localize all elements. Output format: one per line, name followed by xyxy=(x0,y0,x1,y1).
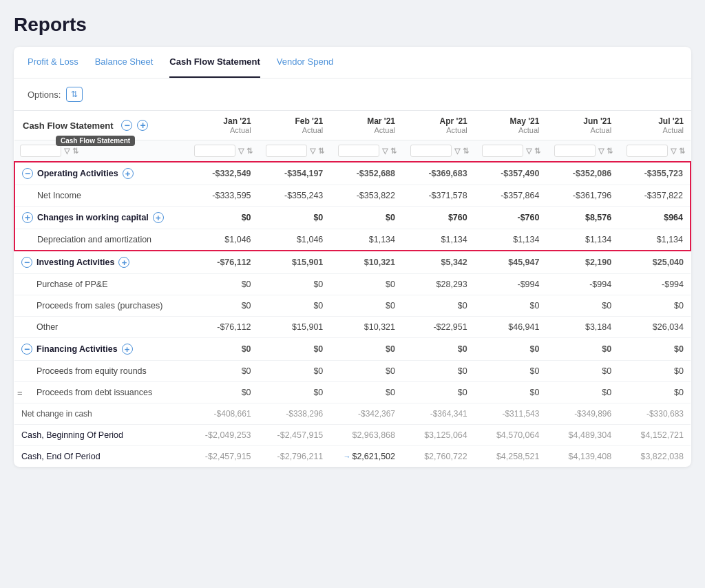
operating-may: -$357,490 xyxy=(474,162,547,185)
eq-jul: $0 xyxy=(618,361,691,382)
tab-profit-loss[interactable]: Profit & Loss xyxy=(28,47,78,78)
financing-section-header: − Financing Activities + $0 $0 $0 $0 $0 … xyxy=(14,338,691,361)
ps-may: $0 xyxy=(474,295,547,317)
ce-mar: →$2,621,502 xyxy=(330,446,402,468)
financing-add[interactable]: + xyxy=(122,344,133,355)
sort-icon-jan[interactable]: ⇅ xyxy=(246,147,253,156)
ps-jun: $0 xyxy=(546,295,618,317)
dep-feb: $1,046 xyxy=(258,229,330,251)
investing-section-header: − Investing Activities + -$76,112 $15,90… xyxy=(14,251,691,274)
purchase-ppe-row: Purchase of PP&E $0 $0 $0 $28,293 -$994 … xyxy=(14,274,691,295)
net-change-label: Net change in cash xyxy=(14,403,186,425)
filter-icon-jun[interactable]: ▽ xyxy=(598,147,604,156)
sort-icon-mar[interactable]: ⇅ xyxy=(390,147,397,156)
debt-may: $0 xyxy=(474,382,547,403)
inv-feb: $15,901 xyxy=(258,251,330,274)
filter-jun[interactable] xyxy=(554,145,596,157)
inv-may: $45,947 xyxy=(474,251,547,274)
filter-icon-jul[interactable]: ▽ xyxy=(671,147,676,156)
page-title: Reports xyxy=(14,14,691,36)
col-feb: Feb '21Actual xyxy=(258,111,330,140)
financing-label: Financing Activities xyxy=(36,344,118,354)
ce-may: $4,258,521 xyxy=(474,446,547,468)
sort-icon-feb[interactable]: ⇅ xyxy=(318,147,324,156)
wc-jul: $964 xyxy=(618,207,691,229)
other-feb: $15,901 xyxy=(258,317,330,338)
inv-jan: -$76,112 xyxy=(186,251,258,274)
debt-apr: $0 xyxy=(402,382,474,403)
table-wrapper: Cash Flow Statement − + Cash Flow Statem… xyxy=(14,111,691,467)
tab-balance-sheet[interactable]: Balance Sheet xyxy=(95,47,154,78)
debt-jul: $0 xyxy=(618,382,691,403)
eq-may: $0 xyxy=(474,361,547,382)
operating-collapse[interactable]: − xyxy=(22,168,33,179)
inv-mar: $10,321 xyxy=(330,251,402,274)
working-capital-expand[interactable]: + xyxy=(22,212,33,223)
expand-button[interactable]: + xyxy=(137,120,148,131)
ce-feb: -$2,796,211 xyxy=(258,446,330,468)
filter-icon-name[interactable]: ▽ xyxy=(64,147,70,156)
operating-section-header: − Operating Activities + -$332,549 -$354… xyxy=(14,162,691,185)
inv-jun: $2,190 xyxy=(546,251,618,274)
filter-jan[interactable] xyxy=(194,145,235,157)
filter-icon-apr[interactable]: ▽ xyxy=(454,147,460,156)
other-jul: $26,034 xyxy=(618,317,691,338)
equity-label: Proceeds from equity rounds xyxy=(14,361,186,382)
ppe-jun: -$994 xyxy=(546,274,618,295)
inv-jul: $25,040 xyxy=(618,251,691,274)
wc-feb: $0 xyxy=(258,207,330,229)
other-label: Other xyxy=(14,317,186,338)
filter-icon-may[interactable]: ▽ xyxy=(526,147,532,156)
filter-may[interactable] xyxy=(482,145,523,157)
col-jul: Jul '21Actual xyxy=(618,111,691,140)
inv-apr: $5,342 xyxy=(402,251,474,274)
debt-mar: $0 xyxy=(330,382,402,403)
eq-jun: $0 xyxy=(546,361,618,382)
filter-icon-jan[interactable]: ▽ xyxy=(238,147,244,156)
operating-add[interactable]: + xyxy=(123,168,134,179)
collapse-button[interactable]: − xyxy=(121,120,132,131)
net-income-label: Net Income xyxy=(14,185,186,207)
net-income-apr: -$371,578 xyxy=(402,185,474,207)
options-button[interactable]: ⇅ xyxy=(66,87,83,102)
col-apr: Apr '21Actual xyxy=(402,111,474,140)
name-filter-input[interactable] xyxy=(20,145,61,157)
ppe-apr: $28,293 xyxy=(402,274,474,295)
filter-jul[interactable] xyxy=(627,145,668,157)
eq-jan: $0 xyxy=(186,361,258,382)
investing-add[interactable]: + xyxy=(118,257,129,268)
fin-may: $0 xyxy=(474,338,547,361)
other-jun: $3,184 xyxy=(546,317,618,338)
dep-may: $1,134 xyxy=(474,229,547,251)
dep-jul: $1,134 xyxy=(618,229,691,251)
options-label: Options: xyxy=(28,90,61,100)
fin-jul: $0 xyxy=(618,338,691,361)
financing-collapse[interactable]: − xyxy=(21,344,32,355)
filter-mar[interactable] xyxy=(338,145,379,157)
filter-apr[interactable] xyxy=(410,145,452,157)
cb-jan: -$2,049,253 xyxy=(186,425,258,446)
tab-cash-flow[interactable]: Cash Flow Statement xyxy=(169,47,260,78)
sort-icon-apr[interactable]: ⇅ xyxy=(463,147,469,156)
working-capital-add[interactable]: + xyxy=(153,212,164,223)
net-income-jul: -$357,822 xyxy=(618,185,691,207)
sort-icon-may[interactable]: ⇅ xyxy=(534,147,540,156)
proceeds-sales-label: Proceeds from sales (purchases) xyxy=(14,295,186,317)
sort-icon-name[interactable]: ⇅ xyxy=(72,147,78,156)
col-may: May '21Actual xyxy=(474,111,547,140)
filter-feb[interactable] xyxy=(266,145,307,157)
ppe-label: Purchase of PP&E xyxy=(14,274,186,295)
investing-collapse[interactable]: − xyxy=(21,257,32,268)
cash-end-row: Cash, End Of Period -$2,457,915 -$2,796,… xyxy=(14,446,691,468)
tab-vendor-spend[interactable]: Vendor Spend xyxy=(277,47,333,78)
fin-jan: $0 xyxy=(186,338,258,361)
ppe-may: -$994 xyxy=(474,274,547,295)
dep-jan: $1,046 xyxy=(186,229,258,251)
ppe-jan: $0 xyxy=(186,274,258,295)
filter-icon-feb[interactable]: ▽ xyxy=(310,147,315,156)
filter-icon-mar[interactable]: ▽ xyxy=(382,147,388,156)
sort-icon-jun[interactable]: ⇅ xyxy=(607,147,613,156)
eq-feb: $0 xyxy=(258,361,330,382)
sort-icon-jul[interactable]: ⇅ xyxy=(679,147,685,156)
fin-mar: $0 xyxy=(330,338,402,361)
